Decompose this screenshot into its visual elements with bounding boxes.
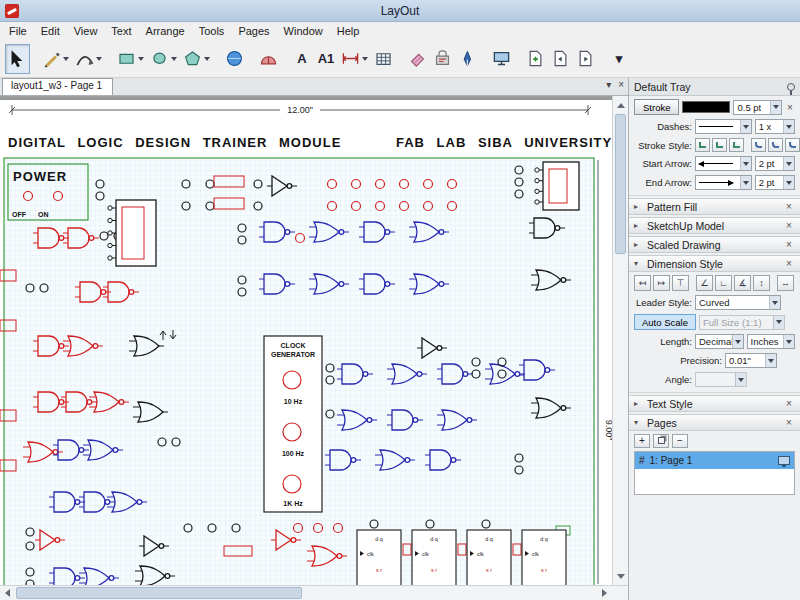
pattern-fill-close-icon[interactable]: × bbox=[783, 201, 795, 212]
dimension-style-panel-header[interactable]: ▾ Dimension Style × bbox=[629, 255, 800, 272]
line-tool[interactable] bbox=[39, 44, 72, 74]
duplicate-page-button[interactable] bbox=[653, 434, 669, 448]
dimension-style-button-6[interactable]: ∡ bbox=[734, 275, 751, 291]
horizontal-scrollbar[interactable] bbox=[0, 585, 628, 600]
menu-arrange[interactable]: Arrange bbox=[139, 24, 192, 38]
add-page-button[interactable] bbox=[523, 44, 548, 74]
arc-tool[interactable] bbox=[72, 44, 105, 74]
board-title-left[interactable]: DIGITAL LOGIC DESIGN TRAINER MODULE bbox=[8, 135, 341, 150]
eraser-tool[interactable] bbox=[405, 44, 430, 74]
menu-window[interactable]: Window bbox=[277, 24, 330, 38]
chevron-down-icon[interactable] bbox=[171, 57, 177, 61]
chevron-down-icon[interactable] bbox=[769, 296, 780, 309]
scroll-left-icon[interactable] bbox=[0, 586, 15, 600]
stroke-panel-close-icon[interactable]: × bbox=[785, 102, 795, 113]
start-presentation-button[interactable] bbox=[489, 44, 514, 74]
chevron-down-icon[interactable] bbox=[96, 57, 102, 61]
scroll-down-icon[interactable] bbox=[613, 569, 628, 583]
chevron-down-icon[interactable] bbox=[783, 120, 794, 133]
chevron-down-icon[interactable] bbox=[740, 157, 751, 170]
sketchup-model-close-icon[interactable]: × bbox=[783, 220, 795, 231]
stroke-style-button-6[interactable] bbox=[785, 138, 800, 152]
dimension-style-button-8[interactable]: ↔ bbox=[777, 275, 794, 291]
pages-close-icon[interactable]: × bbox=[783, 417, 795, 428]
scaled-drawing-panel-header[interactable]: ▸ Scaled Drawing × bbox=[629, 236, 800, 253]
scroll-right-icon[interactable] bbox=[597, 586, 612, 600]
pen-tool[interactable] bbox=[455, 44, 480, 74]
dimension-style-button-4[interactable]: ∠ bbox=[696, 275, 713, 291]
dimension-style-button-5[interactable]: ∟ bbox=[715, 275, 732, 291]
chevron-down-icon[interactable] bbox=[770, 101, 781, 114]
chevron-down-icon[interactable] bbox=[783, 157, 794, 170]
label-tool[interactable]: A1 bbox=[314, 44, 338, 74]
chevron-down-icon[interactable] bbox=[204, 57, 210, 61]
page-list-item[interactable]: #1: Page 1 bbox=[635, 452, 794, 469]
stroke-color-swatch[interactable] bbox=[682, 101, 730, 113]
protractor-tool[interactable] bbox=[256, 44, 281, 74]
chevron-down-icon[interactable] bbox=[783, 335, 794, 348]
titlebar[interactable]: LayOut bbox=[0, 0, 800, 22]
canvas[interactable]: 12.00" DIGITAL LOGIC DESIGN TRAINER MODU… bbox=[0, 96, 628, 585]
next-page-button[interactable] bbox=[573, 44, 598, 74]
scaled-drawing-close-icon[interactable]: × bbox=[783, 239, 795, 250]
stroke-style-button-3[interactable] bbox=[729, 138, 744, 152]
menu-edit[interactable]: Edit bbox=[34, 24, 67, 38]
chevron-down-icon[interactable] bbox=[783, 176, 794, 189]
dimension-style-button-7[interactable]: ↕ bbox=[753, 275, 770, 291]
menu-tools[interactable]: Tools bbox=[192, 24, 232, 38]
flipflop-block[interactable]: d qclks r bbox=[412, 530, 456, 585]
add-page-button-pages[interactable]: + bbox=[634, 434, 650, 448]
menu-file[interactable]: File bbox=[2, 24, 34, 38]
dashes-select[interactable] bbox=[695, 119, 752, 134]
dash-scale-select[interactable]: 1 x bbox=[755, 119, 795, 134]
document-tab[interactable]: layout1_w3 - Page 1 bbox=[2, 78, 113, 95]
right-dimension[interactable]: 9.00" bbox=[598, 160, 612, 584]
dimension-tool[interactable] bbox=[338, 44, 371, 74]
sketchup-model-tool[interactable] bbox=[222, 44, 247, 74]
stroke-style-button-2[interactable] bbox=[712, 138, 727, 152]
menu-text[interactable]: Text bbox=[104, 24, 138, 38]
text-style-close-icon[interactable]: × bbox=[783, 398, 795, 409]
start-arrow-size-select[interactable]: 2 pt bbox=[755, 156, 795, 171]
board-title-right[interactable]: FAB LAB SIBA UNIVERSITY bbox=[396, 135, 612, 150]
circle-tool[interactable] bbox=[147, 44, 180, 74]
pages-panel-header[interactable]: ▾ Pages × bbox=[629, 414, 800, 431]
dimension-style-button-3[interactable]: ⊤ bbox=[672, 275, 689, 291]
scroll-up-icon[interactable] bbox=[613, 98, 628, 112]
chevron-down-icon[interactable] bbox=[138, 57, 144, 61]
length-format-select[interactable]: Decimal bbox=[695, 334, 744, 349]
text-tool[interactable]: A bbox=[290, 44, 314, 74]
stroke-button[interactable]: Stroke bbox=[634, 99, 679, 115]
stroke-width-select[interactable]: 0.5 pt bbox=[733, 100, 781, 115]
precision-select[interactable]: 0.01" bbox=[725, 353, 777, 368]
tab-menu-icon[interactable]: ▾ bbox=[606, 79, 611, 90]
dimension-style-button-1[interactable]: ↤ bbox=[634, 275, 651, 291]
end-arrow-select[interactable] bbox=[695, 175, 752, 190]
style-tool[interactable] bbox=[430, 44, 455, 74]
horizontal-scroll-thumb[interactable] bbox=[16, 587, 302, 599]
auto-scale-toggle[interactable]: Auto Scale bbox=[634, 314, 696, 330]
angle-select[interactable] bbox=[695, 372, 747, 387]
previous-page-button[interactable] bbox=[548, 44, 573, 74]
chevron-down-icon[interactable] bbox=[362, 57, 368, 61]
document-close-icon[interactable]: × bbox=[618, 79, 624, 90]
leader-style-select[interactable]: Curved bbox=[695, 295, 781, 310]
vertical-scroll-thumb[interactable] bbox=[615, 114, 626, 254]
clock-generator-block[interactable]: CLOCK GENERATOR 10 Hz 100 Hz 1K Hz bbox=[264, 336, 322, 512]
vertical-scrollbar[interactable] bbox=[612, 96, 628, 585]
flipflop-block[interactable]: d qclks r bbox=[357, 530, 401, 585]
menu-help[interactable]: Help bbox=[330, 24, 367, 38]
chevron-down-icon[interactable] bbox=[735, 373, 746, 386]
sketchup-model-panel-header[interactable]: ▸ SketchUp Model × bbox=[629, 217, 800, 234]
menu-pages[interactable]: Pages bbox=[231, 24, 276, 38]
pin-icon[interactable] bbox=[787, 83, 795, 91]
chevron-down-icon[interactable] bbox=[765, 354, 776, 367]
pattern-fill-panel-header[interactable]: ▸ Pattern Fill × bbox=[629, 198, 800, 215]
chevron-down-icon[interactable] bbox=[740, 176, 751, 189]
chevron-down-icon[interactable] bbox=[773, 316, 784, 329]
polygon-tool[interactable] bbox=[180, 44, 213, 74]
table-tool[interactable] bbox=[371, 44, 396, 74]
start-arrow-select[interactable] bbox=[695, 156, 752, 171]
stroke-style-button-4[interactable] bbox=[751, 138, 766, 152]
menu-view[interactable]: View bbox=[67, 24, 105, 38]
